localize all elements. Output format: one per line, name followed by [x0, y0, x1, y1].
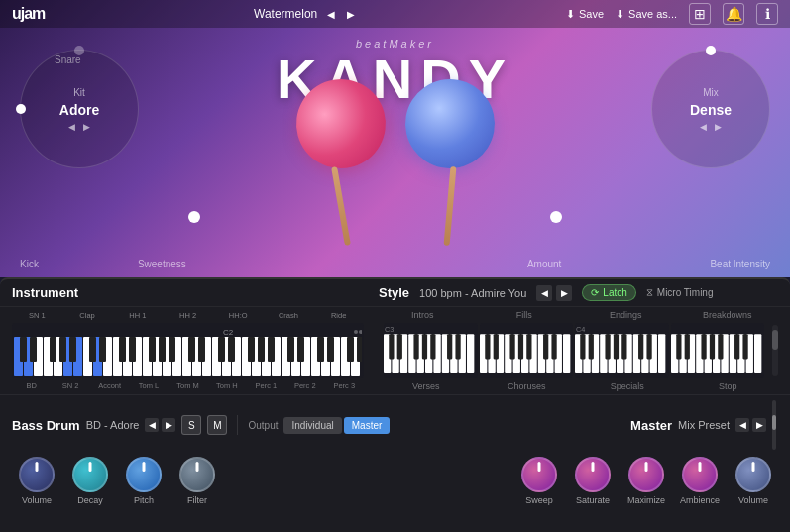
output-individual-button[interactable]: Individual	[283, 417, 341, 434]
scrollbar-thumb[interactable]	[772, 330, 778, 350]
style-keyboard-intros[interactable]: C3	[384, 323, 478, 378]
svg-rect-133	[709, 334, 714, 359]
grid-view-button[interactable]: ⊞	[689, 3, 711, 25]
mix-next-button[interactable]: ▶	[715, 122, 722, 132]
maximize-knob-label: Maximize	[627, 495, 665, 505]
maximize-knob[interactable]	[628, 457, 664, 492]
kit-prev-button[interactable]: ◀	[68, 122, 75, 132]
label-perc1: Perc 1	[247, 381, 285, 393]
svg-rect-110	[658, 334, 665, 373]
pitch-knob-label: Pitch	[134, 495, 154, 505]
svg-rect-112	[589, 334, 594, 359]
latch-button[interactable]: ⟳ Latch	[582, 284, 635, 301]
svg-rect-99	[551, 334, 556, 359]
master-volume-knob[interactable]	[735, 457, 771, 492]
label-bd: BD	[12, 381, 51, 393]
svg-rect-42	[119, 337, 126, 362]
solo-button[interactable]: S	[181, 415, 201, 435]
style-keyboard-endings[interactable]: C4	[575, 323, 669, 378]
style-bottom-labels: Verses Choruses Specials Stop	[376, 381, 778, 393]
latch-icon: ⟳	[591, 287, 599, 298]
sweep-knob[interactable]	[521, 457, 557, 492]
bell-icon: 🔔	[726, 6, 742, 22]
style-keyboard-fills[interactable]	[480, 323, 574, 378]
ambience-knob[interactable]	[682, 457, 718, 492]
mix-preset-next[interactable]: ▶	[752, 418, 766, 432]
master-volume-knob-container: Volume	[729, 457, 778, 505]
svg-rect-38	[59, 337, 66, 362]
kit-next-button[interactable]: ▶	[83, 122, 90, 132]
svg-rect-43	[129, 337, 136, 362]
svg-rect-75	[397, 334, 402, 359]
kit-knob[interactable]: Kit Adore ◀ ▶	[20, 50, 139, 168]
style-top-labels: Intros Fills Endings Breakdowns	[372, 310, 778, 320]
svg-rect-46	[169, 337, 175, 362]
svg-rect-39	[69, 337, 76, 362]
style-prev-button[interactable]: ◀	[536, 285, 552, 301]
mix-knob[interactable]: Mix Dense ◀ ▶	[651, 50, 770, 168]
decay-knob[interactable]	[72, 457, 108, 492]
svg-rect-74	[389, 334, 394, 359]
micro-timing-button[interactable]: ⧖ Micro Timing	[646, 287, 714, 299]
drum-preset-next[interactable]: ▶	[162, 418, 175, 432]
instrument-keyboard[interactable]: C2	[12, 323, 364, 378]
label-endings: Endings	[575, 310, 677, 320]
master-volume-thumb	[772, 415, 776, 430]
lollipop-pink	[296, 79, 386, 246]
save-button[interactable]: ⬇ Save	[566, 8, 604, 21]
style-keyboard-breakdowns[interactable]	[671, 323, 765, 378]
mix-dot-top	[706, 46, 716, 55]
saturate-knob[interactable]	[575, 457, 611, 492]
svg-text:C2: C2	[223, 328, 234, 337]
drum-preset-prev[interactable]: ◀	[145, 418, 159, 432]
pitch-knob[interactable]	[126, 457, 162, 492]
label-stop: Stop	[678, 381, 779, 393]
amount-knob-dot[interactable]	[550, 211, 562, 223]
svg-rect-92	[563, 334, 570, 373]
mix-knob-section: Mix Dense ◀ ▶	[651, 50, 770, 168]
master-title: Master	[630, 418, 672, 433]
ambience-knob-label: Ambience	[680, 495, 720, 505]
svg-rect-111	[580, 334, 585, 359]
saturate-knob-label: Saturate	[576, 495, 610, 505]
mute-button[interactable]: M	[207, 415, 227, 435]
label-intros: Intros	[372, 310, 474, 320]
master-volume-slider[interactable]	[772, 400, 776, 450]
preset-name: Watermelon	[254, 7, 317, 21]
svg-rect-47	[188, 337, 195, 362]
svg-rect-45	[159, 337, 166, 362]
label-accont: Accont	[90, 381, 129, 393]
notifications-button[interactable]: 🔔	[723, 3, 744, 25]
mix-preset-prev[interactable]: ◀	[735, 418, 749, 432]
style-nav: ◀ ▶	[536, 285, 572, 301]
save-as-button[interactable]: ⬇ Save as...	[616, 8, 677, 21]
grid-icon: ⊞	[694, 6, 706, 22]
mix-value: Dense	[690, 102, 732, 118]
mix-preset-label: Mix Preset	[678, 419, 730, 431]
mix-prev-button[interactable]: ◀	[700, 122, 707, 132]
svg-rect-115	[621, 334, 626, 359]
style-next-button[interactable]: ▶	[556, 285, 572, 301]
info-button[interactable]: ℹ	[756, 3, 778, 25]
instrument-header: Instrument	[12, 285, 379, 300]
svg-rect-76	[413, 334, 418, 359]
label-toml: Tom L	[129, 381, 168, 393]
label-fills: Fills	[474, 310, 576, 320]
amount-label: Amount	[527, 259, 561, 269]
preset-next-button[interactable]: ▶	[345, 9, 357, 20]
style-header: Style 100 bpm - Admire You ◀ ▶ ⟳ Latch ⧖…	[379, 284, 778, 301]
kit-dot-top	[74, 46, 84, 55]
svg-rect-41	[99, 337, 106, 362]
filter-knob[interactable]	[179, 457, 215, 492]
svg-rect-50	[228, 337, 235, 362]
volume-knob[interactable]	[19, 457, 55, 492]
preset-prev-button[interactable]: ◀	[325, 9, 337, 20]
output-master-button[interactable]: Master	[344, 417, 391, 434]
svg-rect-93	[485, 334, 490, 359]
label-hh1: HH 1	[112, 311, 163, 320]
svg-rect-49	[218, 337, 225, 362]
svg-rect-36	[30, 337, 37, 362]
scrollbar[interactable]	[772, 325, 778, 376]
sweetness-knob-dot[interactable]	[188, 211, 200, 223]
svg-rect-54	[287, 337, 294, 362]
